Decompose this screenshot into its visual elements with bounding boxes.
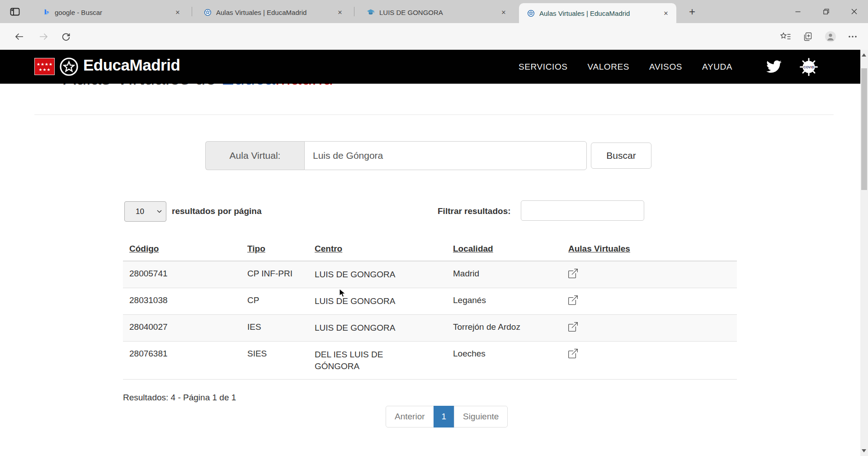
scrollbar-thumb[interactable] [861, 68, 867, 190]
cell-centro: DEL IES LUIS DE GÓNGORA [308, 342, 447, 380]
flag-stars: ★ ★ ★ ★ ★ ★ ★ [35, 58, 54, 75]
tab-title: google - Buscar [55, 9, 169, 16]
column-header-codigo[interactable]: Código [123, 238, 241, 261]
window-restore-button[interactable] [812, 0, 840, 23]
pagination-previous[interactable]: Anterior [386, 406, 434, 428]
browser-tab-bar: google - Buscar ✕ Aulas Virtuales | Educ… [0, 0, 868, 23]
cell-codigo: 28005741 [123, 261, 241, 288]
cell-centro: LUIS DE GONGORA [308, 315, 447, 342]
header-divider [34, 114, 834, 115]
window-minimize-button[interactable] [784, 0, 812, 23]
open-aula-external-link-icon[interactable] [568, 295, 578, 305]
svg-text:★: ★ [49, 62, 52, 66]
educamadrid-icon [204, 9, 212, 16]
close-icon [851, 9, 857, 14]
educamadrid-logo-icon[interactable] [59, 57, 79, 77]
column-header-aulas-virtuales[interactable]: Aulas Virtuales [562, 238, 737, 261]
pagination-page-1[interactable]: 1 [434, 406, 455, 428]
aula-virtual-label: Aula Virtual: [205, 141, 304, 170]
svg-text:COVID: COVID [803, 65, 814, 69]
browser-tab-luis-de-gongora[interactable]: LUIS DE GONGORA ✕ [359, 4, 514, 20]
tab-separator [354, 7, 354, 16]
nav-item-avisos[interactable]: AVISOS [649, 62, 682, 72]
educamadrid-header: ★ ★ ★ ★ ★ ★ ★ EducaMadrid SERVICIOS VALO… [0, 50, 860, 84]
forward-button[interactable] [34, 28, 52, 45]
svg-text:★: ★ [39, 67, 42, 72]
browser-toolbar: https://www.educa2.madrid.org/educamadri… [0, 23, 868, 50]
page-title-madrid: Madrid [275, 84, 333, 89]
tab-close-icon[interactable]: ✕ [661, 8, 671, 18]
tab-close-icon[interactable]: ✕ [499, 7, 509, 17]
per-page-select[interactable]: 10 [124, 201, 166, 222]
svg-text:★: ★ [47, 67, 51, 72]
cell-localidad: Torrejón de Ardoz [447, 315, 562, 342]
back-button[interactable] [10, 28, 28, 45]
table-row: 28076381 SIES DEL IES LUIS DE GÓNGORA Lo… [123, 342, 737, 380]
svg-text:★: ★ [45, 62, 48, 66]
buscar-button[interactable]: Buscar [591, 142, 651, 169]
profile-avatar[interactable] [825, 31, 836, 43]
new-tab-button[interactable]: + [685, 5, 699, 18]
svg-text:★: ★ [37, 62, 40, 66]
browser-tab-google[interactable]: google - Buscar ✕ [34, 4, 188, 20]
cell-aula-link [562, 315, 737, 342]
table-row: 28031038 CP LUIS DE GONGORA Leganés [123, 288, 737, 315]
table-row: 28005741 CP INF-PRI LUIS DE GONGORA Madr… [123, 261, 737, 288]
per-page-select-wrap: 10 [124, 201, 166, 222]
column-header-localidad[interactable]: Localidad [447, 238, 562, 261]
page-title: Aulas Virtuales de EducaMadrid [0, 84, 860, 90]
table-header-row: Código Tipo Centro Localidad Aulas Virtu… [123, 238, 737, 261]
open-aula-external-link-icon[interactable] [568, 349, 578, 358]
settings-more-icon[interactable] [848, 35, 857, 38]
cell-codigo: 28076381 [123, 342, 241, 380]
window-close-button[interactable] [840, 0, 868, 23]
svg-text:★: ★ [41, 62, 44, 66]
cell-localidad: Leganés [447, 288, 562, 315]
per-page-label: resultados por página [172, 206, 261, 216]
results-summary: Resultados: 4 - Página 1 de 1 [123, 393, 236, 403]
reload-button[interactable] [57, 28, 75, 45]
cell-tipo: IES [241, 315, 308, 342]
browser-tab-aulas-virtuales-1[interactable]: Aulas Virtuales | EducaMadrid ✕ [196, 4, 350, 20]
filter-input[interactable] [521, 200, 644, 221]
open-aula-external-link-icon[interactable] [568, 322, 578, 332]
tab-actions-menu-button[interactable] [8, 6, 22, 18]
scrollbar-down-arrow-icon[interactable] [862, 449, 866, 452]
window-controls [784, 0, 868, 23]
open-aula-external-link-icon[interactable] [568, 269, 578, 278]
nav-item-servicios[interactable]: SERVICIOS [519, 62, 568, 72]
graduation-cap-icon [367, 9, 375, 16]
cell-codigo: 28031038 [123, 288, 241, 315]
page-title-prefix: Aulas Virtuales de [63, 84, 221, 89]
covid-info-icon[interactable]: COVID [799, 57, 818, 76]
nav-item-valores[interactable]: VALORES [588, 62, 630, 72]
table-row: 28040027 IES LUIS DE GONGORA Torrejón de… [123, 315, 737, 342]
cell-codigo: 28040027 [123, 315, 241, 342]
brand-wordmark[interactable]: EducaMadrid [83, 56, 180, 74]
scrollbar-up-arrow-icon[interactable] [862, 53, 866, 57]
tab-title: LUIS DE GONGORA [379, 9, 495, 16]
collections-icon[interactable] [803, 32, 813, 42]
pagination: Anterior 1 Siguiente [386, 406, 508, 428]
tab-close-icon[interactable]: ✕ [335, 7, 345, 17]
cell-tipo: CP [241, 288, 308, 315]
tab-title: Aulas Virtuales | EducaMadrid [216, 9, 331, 16]
favorites-icon[interactable] [780, 32, 791, 41]
svg-text:★: ★ [43, 67, 47, 72]
browser-tab-aulas-virtuales-2-active[interactable]: Aulas Virtuales | EducaMadrid ✕ [519, 3, 676, 23]
educamadrid-icon [527, 10, 535, 17]
page-title-educa: Educa [221, 84, 275, 89]
restore-icon [823, 9, 829, 14]
column-header-centro[interactable]: Centro [308, 238, 447, 261]
page-scrollbar[interactable] [860, 50, 868, 456]
column-header-tipo[interactable]: Tipo [241, 238, 308, 261]
tab-preview-icon [10, 7, 20, 16]
tab-close-icon[interactable]: ✕ [173, 7, 183, 17]
cell-centro: LUIS DE GONGORA [308, 261, 447, 288]
comunidad-madrid-flag: ★ ★ ★ ★ ★ ★ ★ [34, 58, 55, 75]
pagination-next[interactable]: Siguiente [454, 406, 508, 428]
aula-virtual-search-input[interactable] [304, 141, 587, 170]
nav-item-ayuda[interactable]: AYUDA [702, 62, 732, 72]
twitter-icon[interactable] [766, 60, 782, 73]
minimize-icon [795, 9, 801, 14]
